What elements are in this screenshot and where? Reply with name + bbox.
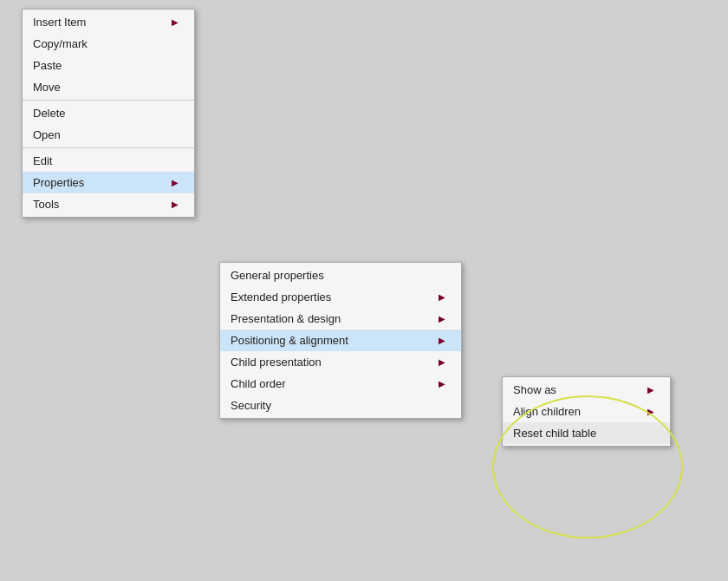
menu-item-move[interactable]: Move [23,76,194,98]
prop-menu-label-child-order: Child order [231,377,286,390]
child-menu-label-align-children: Align children [513,405,581,418]
menu-item-label-insert-item: Insert Item [33,16,86,29]
prop-submenu-arrow-presentation-design: ▶ [439,314,445,323]
prop-menu-item-general-properties[interactable]: General properties [220,264,461,286]
prop-submenu-arrow-child-presentation: ▶ [439,357,445,367]
prop-menu-item-child-order[interactable]: Child order▶ [220,373,461,395]
prop-menu-item-extended-properties[interactable]: Extended properties▶ [220,286,461,308]
child-submenu-arrow-align-children: ▶ [647,407,654,416]
child-menu-label-reset-child-table: Reset child table [513,427,596,440]
menu-item-label-properties: Properties [33,176,84,189]
child-menu-label-show-as: Show as [513,383,556,396]
menu-item-label-move: Move [33,81,61,94]
prop-menu-label-security: Security [231,399,271,412]
prop-menu-item-security[interactable]: Security [220,395,461,416]
prop-menu-label-extended-properties: Extended properties [231,290,331,304]
menu-item-label-copymark: Copy/mark [33,37,88,50]
menu-item-open[interactable]: Open [23,124,194,146]
menu-item-edit[interactable]: Edit [23,150,194,172]
prop-menu-label-positioning-alignment: Positioning & alignment [231,334,348,347]
prop-menu-item-positioning-alignment[interactable]: Positioning & alignment▶ [220,330,461,351]
prop-menu-label-general-properties: General properties [231,269,324,282]
menu-item-copymark[interactable]: Copy/mark [23,33,194,55]
menu-item-label-tools: Tools [33,198,59,211]
menu-item-label-paste: Paste [33,59,62,72]
prop-menu-item-presentation-design[interactable]: Presentation & design▶ [220,308,461,330]
menu-item-paste[interactable]: Paste [23,55,194,76]
child-menu-item-reset-child-table[interactable]: Reset child table [503,422,670,444]
child-menu-item-show-as[interactable]: Show as▶ [503,379,670,401]
menu-item-label-open: Open [33,128,61,141]
child-presentation-submenu: Show as▶Align children▶Reset child table [502,376,671,447]
menu-item-properties[interactable]: Properties▶ [23,172,194,193]
prop-menu-label-presentation-design: Presentation & design [231,312,341,325]
menu-item-tools[interactable]: Tools▶ [23,193,194,215]
prop-menu-label-child-presentation: Child presentation [231,356,322,369]
prop-submenu-arrow-extended-properties: ▶ [439,292,445,302]
prop-menu-item-child-presentation[interactable]: Child presentation▶ [220,351,461,373]
prop-submenu-arrow-positioning-alignment: ▶ [439,336,445,345]
menu-item-label-edit: Edit [33,154,52,167]
properties-submenu: General propertiesExtended properties▶Pr… [219,262,462,419]
menu-item-delete[interactable]: Delete [23,102,194,124]
menu-item-insert-item[interactable]: Insert Item▶ [23,11,194,33]
prop-submenu-arrow-child-order: ▶ [439,379,445,388]
submenu-arrow-insert-item: ▶ [172,17,179,27]
submenu-arrow-tools: ▶ [172,199,179,209]
child-menu-item-align-children[interactable]: Align children▶ [503,401,670,422]
child-submenu-arrow-show-as: ▶ [647,385,654,395]
submenu-arrow-properties: ▶ [172,178,179,187]
menu-item-label-delete: Delete [33,107,66,120]
main-context-menu: Insert Item▶Copy/markPasteMoveDeleteOpen… [22,9,195,218]
